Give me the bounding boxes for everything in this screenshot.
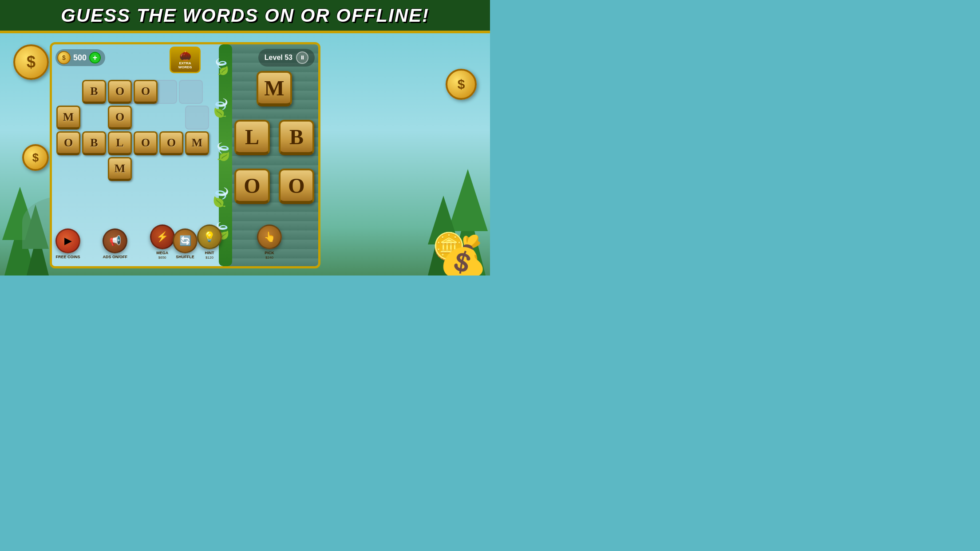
coin-icon: $ (57, 51, 71, 64)
money-bag: 💰 (438, 233, 488, 276)
pick-icon: 👆 (257, 224, 282, 249)
main-area: $ $ $ 🍃 🍃 🍃 🍃 🍃 M L B (0, 33, 490, 276)
spacer2 (82, 106, 106, 130)
add-coins-button[interactable]: + (89, 52, 101, 63)
spacer (56, 80, 80, 104)
tile-L1: L (108, 131, 132, 155)
tile-O5: O (134, 131, 158, 155)
pick-button[interactable]: 👆 PICK $240 (257, 224, 282, 260)
free-coins-label: FREE COINS (55, 255, 80, 260)
tile-O2: O (134, 80, 158, 104)
grid-row-0: B O O (56, 80, 221, 104)
tile-B1: B (82, 80, 106, 104)
tile-M2: M (185, 131, 209, 155)
grid-row-3: M (56, 157, 221, 181)
game-panel: 🍃 🍃 🍃 🍃 🍃 M L B O O $ (50, 42, 320, 268)
extra-words-label: EXTRAWORDS (178, 62, 192, 70)
hud-top: $ 500 + 🌰 EXTRAWORDS Level 53 ⏸ (55, 49, 315, 67)
coin-amount: 500 (73, 53, 87, 63)
tile-M3: M (108, 157, 132, 181)
tile-O3: O (108, 106, 132, 130)
grid-row-2: O B L O O M (56, 131, 221, 155)
float-coin-large-left: $ (13, 44, 49, 80)
free-coins-icon: ▶ (55, 228, 80, 253)
bottom-right-buttons: 🔄 SHUFFLE 👆 PICK $240 (143, 224, 312, 260)
pause-button[interactable]: ⏸ (296, 51, 308, 64)
top-banner: GUESS THE WORDS ON OR OFFLINE! (0, 0, 490, 33)
shuffle-icon: 🔄 (173, 228, 198, 253)
coin-display: $ 500 + (55, 49, 105, 66)
banner-title: GUESS THE WORDS ON OR OFFLINE! (61, 5, 429, 26)
ads-toggle-button[interactable]: 📢 ADS ON/OFF (103, 228, 127, 260)
shuffle-label: SHUFFLE (176, 255, 194, 260)
level-text: Level 53 (265, 54, 292, 62)
spacer3 (134, 106, 158, 130)
tile-M1: M (56, 106, 80, 130)
tile-O6: O (159, 131, 183, 155)
spacer5 (56, 157, 80, 181)
ads-icon: 📢 (103, 228, 127, 253)
acorn-icon: 🌰 (179, 50, 191, 62)
right-tile-O2: O (279, 169, 314, 204)
pick-cost: $240 (265, 256, 273, 260)
float-coin-right: $ (446, 69, 477, 100)
spacer6 (82, 157, 106, 181)
right-letter-grid: M L B O O (234, 71, 314, 204)
tile-O1: O (108, 80, 132, 104)
free-coins-button[interactable]: ▶ FREE COINS (55, 228, 80, 260)
level-display: Level 53 ⏸ (258, 49, 315, 67)
shuffle-button[interactable]: 🔄 SHUFFLE (173, 228, 198, 260)
ads-label: ADS ON/OFF (103, 255, 128, 260)
float-coin-small-left: $ (22, 144, 49, 171)
right-tile-L: L (234, 120, 270, 155)
tile-B2: B (82, 131, 106, 155)
empty-tile-side (185, 106, 209, 130)
right-tile-row1: M (234, 71, 314, 106)
word-grid: B O O M O O B L O O M (56, 80, 221, 183)
grid-row-1: M O (56, 106, 221, 130)
right-tile-B: B (279, 120, 314, 155)
right-tile-O1: O (234, 169, 270, 204)
extra-words-button[interactable]: 🌰 EXTRAWORDS (170, 47, 201, 73)
right-tile-M: M (257, 71, 292, 106)
tile-O4: O (56, 131, 80, 155)
spacer4 (159, 106, 183, 130)
pick-label: PICK (265, 251, 274, 256)
